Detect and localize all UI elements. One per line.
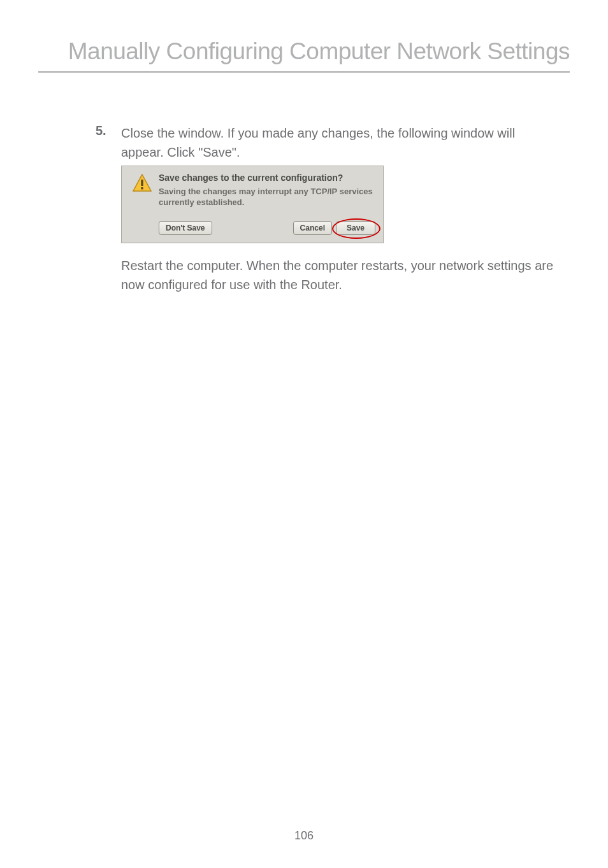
- cancel-button[interactable]: Cancel: [293, 221, 332, 235]
- dont-save-button[interactable]: Don't Save: [159, 221, 212, 235]
- save-button[interactable]: Save: [336, 221, 375, 235]
- page-number: 106: [0, 829, 608, 843]
- follow-up-text: Restart the computer. When the computer …: [121, 256, 557, 294]
- dialog-body: Save changes to the current configuratio…: [122, 166, 383, 211]
- dialog-screenshot: Save changes to the current configuratio…: [121, 166, 570, 243]
- document-page: Manually Configuring Computer Network Se…: [0, 0, 608, 868]
- svg-rect-1: [141, 180, 143, 186]
- dialog-button-row: Don't Save Cancel Save: [122, 211, 383, 243]
- warning-icon: [129, 173, 155, 208]
- page-title: Manually Configuring Computer Network Se…: [38, 38, 570, 73]
- dialog-title: Save changes to the current configuratio…: [159, 173, 375, 183]
- svg-rect-2: [141, 187, 143, 189]
- step-number: 5.: [96, 124, 121, 138]
- save-button-wrap: Save: [336, 221, 375, 235]
- dialog-message: Saving the changes may interrupt any TCP…: [159, 187, 375, 208]
- dialog-text-area: Save changes to the current configuratio…: [155, 173, 375, 208]
- save-changes-dialog: Save changes to the current configuratio…: [121, 166, 384, 243]
- step-text: Close the window. If you made any change…: [121, 124, 557, 162]
- instruction-step: 5. Close the window. If you made any cha…: [96, 124, 557, 162]
